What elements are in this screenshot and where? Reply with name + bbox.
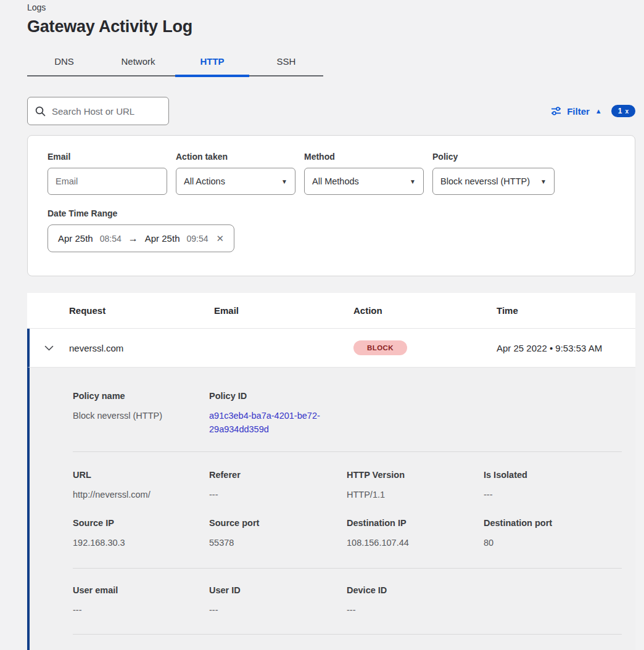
end-date[interactable]: Apr 25th	[145, 233, 180, 244]
activity-log-table: Request Email Action Time neverssl.com B…	[27, 293, 635, 650]
arrow-right-icon: →	[128, 233, 138, 244]
destination-port-value: 80	[484, 536, 622, 549]
chevron-down-icon: ▼	[540, 178, 547, 185]
user-email-field: User email ---	[73, 585, 209, 617]
policy-name-field: Policy name Block neverssl (HTTP)	[73, 391, 209, 436]
table-row[interactable]: neverssl.com BLOCK Apr 25 2022 • 9:53:53…	[27, 329, 635, 368]
date-range-group: Date Time Range Apr 25th 08:54 → Apr 25t…	[47, 208, 615, 252]
divider	[73, 634, 622, 635]
method-select[interactable]: All Methods ▼	[304, 168, 424, 195]
end-time[interactable]: 09:54	[186, 234, 208, 244]
chevron-down-icon: ▼	[410, 178, 416, 185]
url-field: URL http://neverssl.com/	[73, 470, 209, 501]
tab-bar: DNS Network HTTP SSH	[27, 50, 323, 76]
source-ip-label: Source IP	[73, 518, 209, 528]
filter-label: Filter	[567, 106, 590, 117]
block-status-badge: BLOCK	[353, 340, 407, 355]
filter-field-policy: Policy Block neverssl (HTTP) ▼	[432, 152, 555, 195]
policy-value: Block neverssl (HTTP)	[440, 176, 530, 186]
referer-label: Referer	[209, 470, 347, 480]
is-isolated-value: ---	[484, 488, 622, 501]
destination-port-field: Destination port 80	[484, 518, 622, 549]
search-input[interactable]	[52, 106, 161, 117]
request-cell[interactable]: neverssl.com	[69, 343, 214, 353]
action-taken-select[interactable]: All Actions ▼	[176, 168, 295, 195]
request-column-header: Request	[69, 305, 214, 316]
breadcrumb[interactable]: Logs	[27, 0, 635, 12]
caret-up-icon: ▲	[595, 108, 602, 115]
time-cell: Apr 25 2022 • 9:53:53 AM	[497, 343, 635, 353]
tab-network[interactable]: Network	[101, 50, 175, 75]
filter-panel: Email Action taken All Actions ▼ Method …	[27, 135, 635, 276]
policy-id-link[interactable]: a91c3eb4-ba7a-4201-be72-29a934dd359d	[209, 409, 330, 436]
page-title: Gateway Activity Log	[27, 17, 635, 36]
policy-label: Policy	[432, 152, 555, 162]
policy-name-value: Block neverssl (HTTP)	[73, 409, 209, 422]
device-id-field: Device ID ---	[347, 585, 484, 617]
source-ip-field: Source IP 192.168.30.3	[73, 518, 209, 549]
policy-id-field: Policy ID a91c3eb4-ba7a-4201-be72-29a934…	[209, 391, 347, 436]
row-expander[interactable]	[30, 345, 69, 351]
filter-fields-row: Email Action taken All Actions ▼ Method …	[47, 152, 615, 195]
date-range-label: Date Time Range	[47, 208, 615, 218]
is-isolated-field: Is Isolated ---	[484, 470, 622, 501]
policy-id-label: Policy ID	[209, 391, 347, 401]
tab-http[interactable]: HTTP	[175, 50, 249, 77]
time-column-header: Time	[497, 305, 635, 316]
user-id-label: User ID	[209, 585, 347, 595]
request-info-section: URL http://neverssl.com/ Referer --- HTT…	[73, 470, 622, 501]
search-icon	[35, 106, 46, 117]
referer-value: ---	[209, 488, 347, 501]
http-version-field: HTTP Version HTTP/1.1	[347, 470, 484, 501]
policy-select[interactable]: Block neverssl (HTTP) ▼	[432, 168, 555, 195]
filter-toggle[interactable]: Filter ▲ 1 x	[551, 105, 635, 117]
action-taken-label: Action taken	[176, 152, 295, 162]
clear-date-range-icon[interactable]: ✕	[217, 233, 225, 244]
tab-dns[interactable]: DNS	[27, 50, 101, 75]
filter-field-method: Method All Methods ▼	[304, 152, 424, 195]
destination-ip-label: Destination IP	[347, 518, 484, 528]
source-port-value: 55378	[209, 536, 347, 549]
source-ip-value: 192.168.30.3	[73, 536, 209, 549]
user-id-field: User ID ---	[209, 585, 347, 617]
chevron-down-icon: ▼	[281, 178, 287, 185]
email-column-header: Email	[214, 305, 353, 316]
destination-ip-value: 108.156.107.44	[347, 536, 484, 549]
referer-field: Referer ---	[209, 470, 347, 501]
user-email-value: ---	[73, 603, 209, 617]
url-value: http://neverssl.com/	[73, 488, 209, 501]
device-id-label: Device ID	[347, 585, 484, 595]
method-value: All Methods	[312, 176, 359, 186]
action-cell: BLOCK	[353, 340, 497, 355]
filter-field-action-taken: Action taken All Actions ▼	[176, 152, 295, 195]
divider	[73, 568, 622, 569]
source-port-field: Source port 55378	[209, 518, 347, 549]
date-range-picker[interactable]: Apr 25th 08:54 → Apr 25th 09:54 ✕	[47, 224, 234, 252]
filter-field-email: Email	[47, 152, 167, 195]
gateway-activity-page: Logs Gateway Activity Log DNS Network HT…	[0, 0, 644, 650]
filter-count: 1	[618, 107, 622, 115]
destination-ip-field: Destination IP 108.156.107.44	[347, 518, 484, 549]
row-details-panel: Policy name Block neverssl (HTTP) Policy…	[27, 368, 635, 650]
start-time[interactable]: 08:54	[100, 234, 122, 244]
table-header-row: Request Email Action Time	[27, 293, 635, 329]
source-port-label: Source port	[209, 518, 347, 528]
method-label: Method	[304, 152, 424, 162]
http-version-value: HTTP/1.1	[347, 488, 484, 501]
toolbar: Filter ▲ 1 x	[27, 97, 635, 125]
filter-sliders-icon	[551, 106, 561, 116]
user-info-section: User email --- User ID --- Device ID ---	[73, 585, 622, 617]
user-email-label: User email	[73, 585, 209, 595]
http-version-label: HTTP Version	[347, 470, 484, 480]
network-info-section: Source IP 192.168.30.3 Source port 55378…	[73, 518, 622, 549]
url-label: URL	[73, 470, 209, 480]
search-box[interactable]	[27, 97, 169, 125]
email-filter-label: Email	[47, 152, 167, 162]
destination-port-label: Destination port	[484, 518, 622, 528]
device-id-value: ---	[347, 603, 484, 617]
tab-ssh[interactable]: SSH	[249, 50, 323, 75]
start-date[interactable]: Apr 25th	[58, 233, 93, 244]
clear-filters-icon[interactable]: x	[625, 108, 629, 115]
email-filter-input[interactable]	[47, 168, 167, 195]
filter-count-badge[interactable]: 1 x	[611, 105, 635, 117]
